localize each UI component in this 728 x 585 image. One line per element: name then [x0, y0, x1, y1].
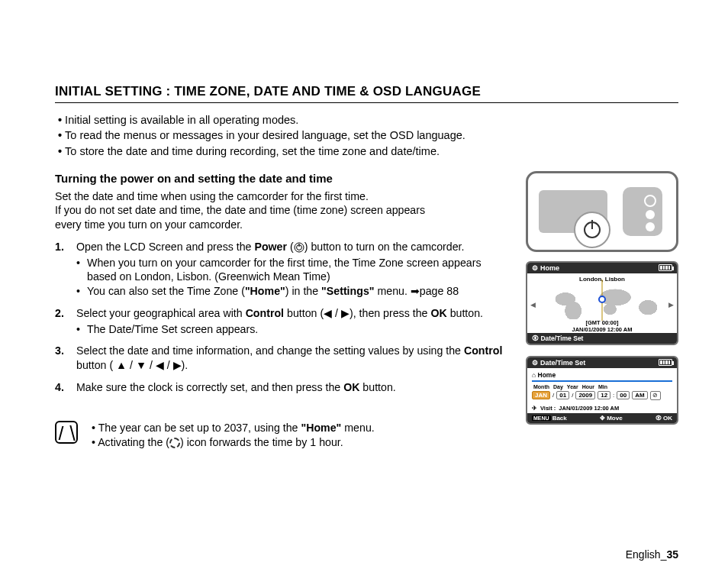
content-column: Turning the power on and setting the dat…: [55, 171, 509, 450]
text: button ( ▲ / ▼ / ◀ / ▶).: [76, 359, 188, 371]
val-ampm: AM: [632, 391, 647, 399]
visit-datetime: JAN/01/2009 12:00 AM: [559, 405, 619, 412]
back-label: Back: [552, 415, 567, 422]
text: button.: [447, 307, 483, 319]
battery-icon: [659, 264, 672, 271]
left-arrow-icon: ◀: [530, 301, 536, 309]
note-icon: [55, 421, 78, 444]
step-3: Select the date and time information, an…: [55, 344, 509, 372]
world-map: London, Lisbon ◀ ▶ [GMT 00:00] JAN/01/20…: [527, 273, 677, 333]
lead-paragraph: Set the date and time when using the cam…: [55, 189, 509, 232]
text: button to turn on the camcorder.: [308, 241, 464, 253]
visit-row: ✈ Visit : JAN/01/2009 12:00 AM: [532, 405, 672, 412]
page-footer: English_35: [626, 548, 678, 561]
text: If you do not set date and time, the dat…: [55, 204, 425, 216]
lcd-home-screen: ⚙Home London, Lisbon ◀ ▶ [GMT 00:00] JAN…: [526, 261, 678, 345]
location-marker: [598, 296, 606, 303]
gear-icon: ⚙: [532, 359, 538, 367]
text: You can also set the Time Zone (: [87, 285, 245, 297]
move-label: Move: [607, 415, 622, 422]
lcd-header: ⚙Home: [527, 263, 677, 273]
text: Visit :: [540, 405, 556, 412]
field-headers: Month Day Year Hour Min: [532, 384, 672, 389]
text: Select your geographical area with: [76, 307, 246, 319]
home-icon: ⌂: [532, 371, 536, 379]
text: Home: [538, 371, 556, 379]
intro-item: Initial setting is available in all oper…: [58, 112, 678, 128]
text: The year can be set up to 2037, using th…: [98, 422, 301, 434]
lcd-title: Home: [540, 264, 559, 272]
power-icon: [584, 221, 601, 238]
text: every time you turn on your camcorder.: [55, 218, 243, 231]
page-number: 35: [666, 548, 678, 561]
power-button-callout: [574, 212, 610, 248]
col-year: Year: [567, 384, 578, 389]
text: OK: [343, 381, 359, 393]
power-icon: [294, 242, 304, 253]
step-2: Select your geographical area with Contr…: [55, 306, 509, 336]
menu-key-icon: MENU: [532, 415, 551, 421]
col-month: Month: [533, 384, 549, 389]
col-min: Min: [598, 384, 607, 389]
sub-list: The Date/Time Set screen appears.: [76, 322, 509, 337]
note-item: The year can be set up to 2037, using th…: [92, 421, 375, 435]
text: menu.: [341, 422, 374, 434]
text: Open the LCD Screen and press the: [76, 241, 254, 253]
text: Date/Time Set: [540, 335, 583, 342]
val-day: 01: [556, 391, 569, 399]
gmt-label: [GMT 00:00]: [527, 319, 677, 326]
text: Select the date and time information, an…: [76, 344, 464, 357]
plane-icon: ✈: [532, 405, 537, 412]
text: OK: [430, 307, 446, 319]
text: "Settings": [321, 285, 374, 297]
text: Control: [246, 307, 284, 319]
val-month: JAN: [532, 391, 550, 399]
camcorder-illustration: [526, 171, 678, 252]
note-item: Activating the () icon forwards the time…: [92, 435, 375, 450]
ok-label: OK: [663, 415, 672, 422]
sub-list: When you turn on your camcorder for the …: [76, 256, 509, 299]
lcd-title: Date/Time Set: [540, 359, 585, 367]
gear-icon: ⚙: [532, 264, 538, 272]
sub-item: When you turn on your camcorder for the …: [76, 256, 509, 284]
text: English_: [626, 548, 667, 561]
field-values: JAN/ 01/ 2009 12: 00 AM ⊘: [532, 391, 672, 400]
text: menu. ➡page 88: [375, 285, 459, 297]
page-title: INITIAL SETTING : TIME ZONE, DATE AND TI…: [55, 84, 678, 103]
text: "Home": [245, 285, 285, 297]
lcd-datetime-set-screen: ⚙Date/Time Set ⌂ Home Month Day Year Hou…: [526, 356, 678, 425]
right-arrow-icon: ▶: [668, 301, 674, 309]
note-box: The year can be set up to 2037, using th…: [55, 421, 509, 450]
datetime-label: JAN/01/2009 12:00 AM: [527, 326, 677, 333]
text: Power: [254, 241, 287, 253]
illustration-column: ⚙Home London, Lisbon ◀ ▶ [GMT 00:00] JAN…: [526, 171, 678, 450]
intro-item: To store the date and time during record…: [58, 144, 678, 159]
intro-list: Initial setting is available in all oper…: [58, 112, 678, 159]
sub-item: You can also set the Time Zone ("Home") …: [76, 284, 509, 299]
step-4: Make sure the clock is correctly set, an…: [55, 380, 509, 395]
text: Set the date and time when using the cam…: [55, 190, 369, 202]
lcd-footer: ⦿ Date/Time Set: [527, 333, 677, 344]
step-1: Open the LCD Screen and press the Power …: [55, 240, 509, 299]
text: "Home": [301, 422, 341, 434]
text: button (◀ / ▶), then press the: [284, 307, 430, 319]
subheading: Turning the power on and setting the dat…: [55, 171, 509, 186]
text: Make sure the clock is correctly set, an…: [76, 381, 343, 393]
steps-list: Open the LCD Screen and press the Power …: [55, 240, 509, 395]
val-year: 2009: [575, 391, 595, 399]
battery-icon: [659, 359, 672, 366]
val-hour: 12: [598, 391, 610, 399]
intro-item: To read the menus or messages in your de…: [58, 128, 678, 143]
dst-icon: ⊘: [650, 391, 661, 400]
col-hour: Hour: [582, 384, 594, 389]
text: button.: [359, 381, 395, 393]
sub-item: The Date/Time Set screen appears.: [76, 322, 509, 337]
home-row: ⌂ Home: [532, 371, 672, 379]
note-list: The year can be set up to 2037, using th…: [92, 421, 375, 450]
text: Control: [464, 344, 502, 357]
lcd-header: ⚙Date/Time Set: [527, 357, 677, 368]
lcd-footer: MENUBack ✥ Move ⦿ OK: [527, 413, 677, 423]
text: ) in the: [285, 285, 321, 297]
col-day: Day: [553, 384, 563, 389]
dst-gear-icon: [169, 438, 180, 448]
